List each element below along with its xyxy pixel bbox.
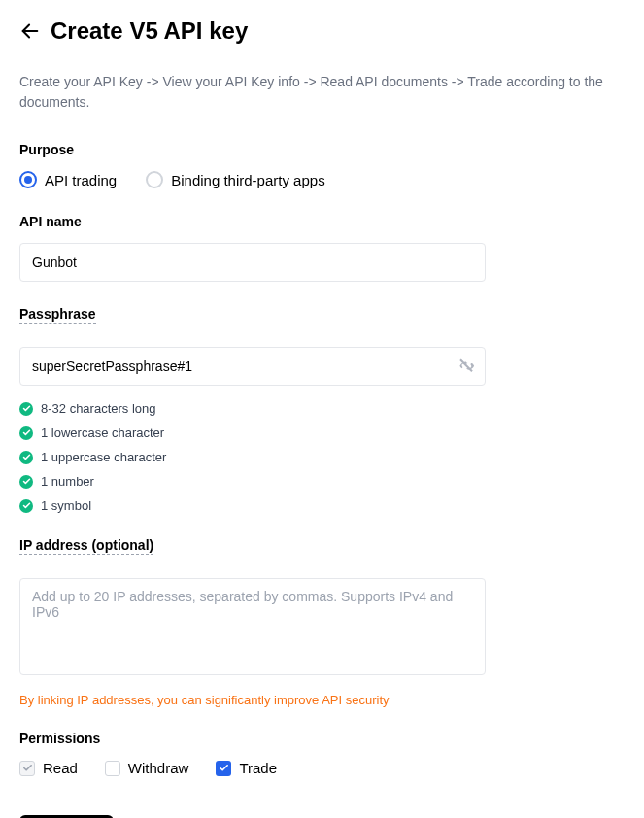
permissions-label: Permissions: [19, 731, 625, 746]
permission-trade-checkbox[interactable]: [216, 761, 231, 776]
back-arrow-icon[interactable]: [19, 20, 41, 42]
ip-security-note: By linking IP addresses, you can signifi…: [19, 693, 625, 707]
purpose-option-api-trading[interactable]: API trading: [19, 171, 117, 188]
permission-withdraw-checkbox[interactable]: [105, 761, 120, 776]
permission-label: Trade: [239, 760, 277, 776]
check-circle-icon: [19, 475, 33, 489]
purpose-label: Purpose: [19, 142, 625, 157]
radio-label: API trading: [45, 172, 117, 188]
api-name-label: API name: [19, 214, 625, 229]
page-subtitle: Create your API Key -> View your API Key…: [19, 72, 622, 113]
passphrase-rule: 1 lowercase character: [19, 426, 625, 440]
passphrase-label: Passphrase: [19, 306, 96, 324]
passphrase-input[interactable]: [20, 348, 458, 385]
radio-unselected-icon: [146, 171, 163, 188]
check-circle-icon: [19, 499, 33, 513]
rule-text: 8-32 characters long: [41, 401, 156, 416]
passphrase-rule: 1 uppercase character: [19, 450, 625, 464]
page-title: Create V5 API key: [51, 17, 248, 45]
permission-label: Read: [43, 760, 78, 776]
eye-off-icon[interactable]: [458, 358, 475, 375]
passphrase-rule: 1 number: [19, 474, 625, 489]
check-circle-icon: [19, 451, 33, 464]
radio-label: Binding third-party apps: [171, 172, 324, 188]
passphrase-rule: 1 symbol: [19, 498, 625, 513]
check-icon: [19, 426, 33, 440]
radio-selected-icon: [19, 171, 37, 188]
ip-address-input[interactable]: [19, 578, 486, 675]
permission-label: Withdraw: [128, 760, 189, 776]
ip-label: IP address (optional): [19, 537, 153, 555]
rule-text: 1 lowercase character: [41, 426, 164, 440]
check-icon: [19, 402, 33, 416]
rule-text: 1 uppercase character: [41, 450, 166, 464]
api-name-input[interactable]: [19, 243, 486, 282]
rule-text: 1 number: [41, 474, 94, 489]
passphrase-rule: 8-32 characters long: [19, 401, 625, 416]
permission-read-checkbox: [19, 761, 35, 776]
rule-text: 1 symbol: [41, 498, 91, 513]
purpose-option-third-party[interactable]: Binding third-party apps: [146, 171, 324, 188]
